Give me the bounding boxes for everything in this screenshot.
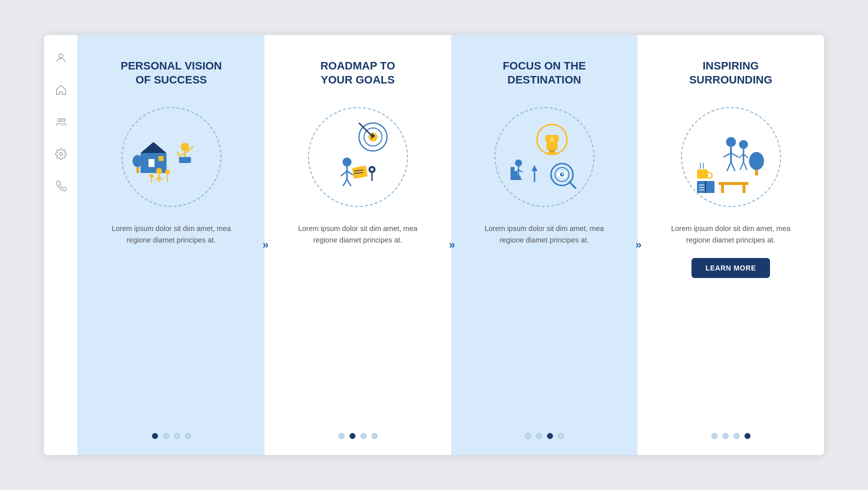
svg-rect-7 (158, 156, 164, 161)
panel-inspiring: INSPIRING SURROUNDING (638, 35, 824, 455)
svg-line-16 (190, 146, 193, 150)
panel-roadmap: ROADMAP TO YOUR GOALS (264, 35, 451, 455)
svg-point-64 (726, 137, 736, 147)
dot-3-4[interactable] (558, 433, 564, 439)
svg-point-1 (58, 118, 61, 122)
learn-more-button[interactable]: LEARN MORE (692, 258, 770, 278)
panel-3-dots (525, 433, 564, 439)
svg-line-33 (347, 171, 353, 175)
svg-point-41 (370, 168, 374, 171)
svg-line-32 (341, 171, 347, 176)
svg-line-63 (570, 182, 576, 188)
chevron-right-icon-2: » (449, 238, 453, 252)
main-container: PERSONAL VISION OF SUCCESS (44, 35, 824, 455)
dot-2-4[interactable] (372, 433, 378, 439)
svg-line-35 (347, 180, 351, 186)
dot-4-4[interactable] (744, 433, 750, 439)
dot-2-3[interactable] (360, 433, 366, 439)
home-icon[interactable] (53, 82, 69, 98)
panels-container: PERSONAL VISION OF SUCCESS (78, 35, 824, 455)
svg-rect-45 (546, 152, 558, 154)
panel-2-title: ROADMAP TO YOUR GOALS (320, 59, 396, 93)
svg-line-15 (177, 152, 180, 156)
panel-1-dots (152, 433, 191, 439)
sidebar (44, 35, 78, 455)
svg-rect-84 (718, 182, 748, 185)
dot-1-3[interactable] (174, 433, 180, 439)
panel-3-title: FOCUS ON THE DESTINATION (502, 59, 586, 93)
svg-line-67 (731, 153, 738, 157)
panel-4-title: INSPIRING SURROUNDING (689, 59, 772, 93)
svg-rect-43 (546, 143, 558, 150)
panel-1-body: Lorem ipsum dolor sit dim amet, mea regi… (106, 223, 236, 246)
svg-rect-36 (352, 166, 368, 179)
panel-2-dots (338, 433, 378, 439)
user-icon[interactable] (53, 50, 69, 66)
svg-point-21 (165, 170, 170, 174)
svg-rect-49 (510, 167, 514, 171)
svg-point-46 (550, 137, 554, 142)
svg-point-17 (156, 168, 162, 174)
dot-1-1[interactable] (152, 433, 158, 439)
svg-line-34 (343, 180, 347, 186)
svg-line-68 (727, 162, 731, 171)
svg-point-3 (60, 152, 62, 156)
dot-1-4[interactable] (185, 433, 191, 439)
svg-marker-5 (140, 142, 166, 153)
svg-point-77 (749, 152, 764, 170)
panel-3-illustration (494, 107, 594, 207)
svg-point-70 (739, 140, 748, 149)
panel-1-arrow: » (256, 229, 274, 261)
dot-3-1[interactable] (525, 433, 531, 439)
team-icon[interactable] (53, 114, 69, 130)
svg-line-74 (740, 162, 744, 170)
panel-1-illustration (122, 107, 222, 207)
svg-rect-10 (179, 157, 191, 163)
dot-2-1[interactable] (338, 433, 344, 439)
svg-point-2 (62, 118, 65, 122)
panel-focus: FOCUS ON THE DESTINATION (451, 35, 638, 455)
panel-2-illustration (308, 107, 408, 207)
svg-point-0 (59, 54, 63, 58)
chevron-right-icon-3: » (636, 238, 640, 252)
chevron-right-icon: » (262, 238, 266, 252)
panel-1-title: PERSONAL VISION OF SUCCESS (120, 59, 222, 93)
svg-rect-85 (721, 185, 724, 193)
phone-icon[interactable] (53, 178, 69, 194)
dot-4-2[interactable] (722, 433, 728, 439)
panel-2-arrow: » (442, 229, 460, 261)
dot-1-2[interactable] (163, 433, 169, 439)
svg-point-9 (132, 155, 142, 167)
svg-rect-86 (742, 185, 746, 193)
svg-rect-78 (697, 170, 708, 178)
svg-line-66 (724, 153, 731, 157)
panel-personal-vision: PERSONAL VISION OF SUCCESS (78, 35, 264, 455)
dot-2-2[interactable] (350, 433, 356, 439)
panel-3-arrow: » (628, 229, 646, 261)
dot-4-3[interactable] (734, 433, 740, 439)
svg-point-50 (515, 160, 522, 166)
svg-point-11 (181, 143, 189, 151)
dot-3-2[interactable] (536, 433, 542, 439)
dot-4-1[interactable] (712, 433, 718, 439)
svg-line-69 (731, 162, 735, 171)
panel-4-body: Lorem ipsum dolor sit dim amet, mea regi… (666, 223, 796, 246)
svg-marker-57 (532, 165, 538, 171)
svg-point-23 (150, 174, 154, 178)
dot-3-3[interactable] (547, 433, 553, 439)
gear-icon[interactable] (53, 146, 69, 162)
svg-line-13 (180, 153, 185, 156)
panel-2-body: Lorem ipsum dolor sit dim amet, mea regi… (293, 223, 423, 246)
svg-point-62 (562, 174, 563, 175)
svg-point-30 (342, 158, 352, 166)
svg-rect-44 (549, 150, 555, 152)
svg-line-75 (744, 162, 747, 170)
panel-4-illustration (681, 107, 781, 207)
panel-3-body: Lorem ipsum dolor sit dim amet, mea regi… (480, 223, 610, 246)
svg-rect-6 (148, 159, 154, 167)
panel-4-dots (712, 433, 750, 439)
